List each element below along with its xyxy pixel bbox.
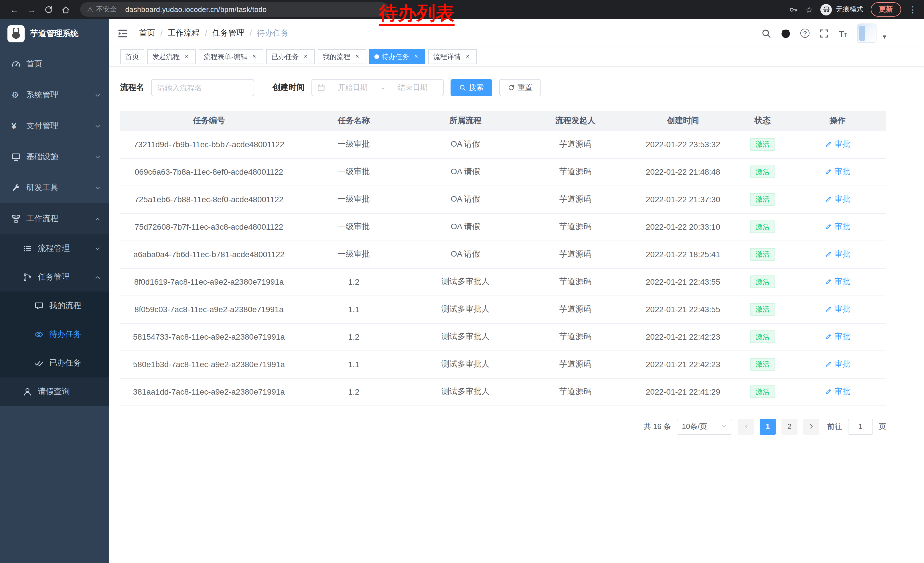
sidebar-item-done-tasks[interactable]: 已办任务 <box>0 349 109 377</box>
browser-update-button[interactable]: 更新 <box>871 2 901 17</box>
tab-form-edit[interactable]: 流程表单-编辑 × <box>199 49 263 64</box>
close-icon[interactable]: × <box>183 53 190 61</box>
process-name-label: 流程名 <box>120 83 144 93</box>
task-id: 725a1eb6-7b88-11ec-8ef0-acde48001122 <box>120 186 298 213</box>
date-range-picker[interactable]: 开始日期 - 结束日期 <box>311 79 444 96</box>
sidebar-item-infrastructure[interactable]: 基础设施 <box>0 141 109 173</box>
sidebar-item-system[interactable]: ⚙ 系统管理 <box>0 80 109 111</box>
tab-start-process[interactable]: 发起流程 × <box>147 49 196 64</box>
reset-button[interactable]: 重置 <box>499 79 541 96</box>
close-icon[interactable]: × <box>412 53 420 61</box>
approve-link[interactable]: 审批 <box>825 222 850 232</box>
github-icon[interactable] <box>781 29 791 38</box>
browser-back-button[interactable]: ← <box>7 2 22 17</box>
approve-label: 审批 <box>834 222 850 232</box>
gear-icon: ⚙ <box>12 90 21 100</box>
task-time: 2022-01-22 21:37:30 <box>630 186 736 213</box>
sidebar-logo[interactable]: 芋道管理系统 <box>0 19 109 49</box>
page-button-2[interactable]: 2 <box>782 418 798 434</box>
page-size-select[interactable]: 10条/页 <box>676 418 732 434</box>
sidebar-item-todo-tasks[interactable]: 待办任务 <box>0 320 109 349</box>
edit-icon <box>825 333 832 341</box>
approve-link[interactable]: 审批 <box>825 359 850 369</box>
approve-link[interactable]: 审批 <box>825 194 850 204</box>
status-badge: 激活 <box>750 165 775 179</box>
chevron-up-icon <box>94 216 101 222</box>
sidebar-item-label: 基础设施 <box>26 152 58 162</box>
address-bar[interactable]: ⚠ 不安全 dashboard.yudao.iocoder.cn/bpm/tas… <box>80 2 389 17</box>
table-row: 8f0d1619-7ac8-11ec-a9e2-a2380e71991a 1.2… <box>120 268 886 296</box>
browser-forward-button[interactable]: → <box>24 2 39 17</box>
table-row: 8f059c03-7ac8-11ec-a9e2-a2380e71991a 1.1… <box>120 296 886 323</box>
column-header: 状态 <box>736 111 789 131</box>
task-name: 一级审批 <box>298 158 410 186</box>
browser-home-button[interactable] <box>58 2 73 17</box>
approve-link[interactable]: 审批 <box>825 249 850 260</box>
approve-label: 审批 <box>834 194 850 204</box>
table-row: 75d72608-7b7f-11ec-a3c8-acde48001122 一级审… <box>120 213 886 240</box>
edit-icon <box>825 278 832 285</box>
font-size-icon[interactable]: TT <box>839 29 847 38</box>
my-process-icon <box>34 301 44 311</box>
breadcrumb-task-manage[interactable]: 任务管理 <box>212 28 244 38</box>
sidebar-toggle-button[interactable] <box>117 27 130 39</box>
close-icon[interactable]: × <box>353 53 361 61</box>
next-page-button[interactable] <box>803 418 819 434</box>
close-icon[interactable]: × <box>302 53 310 61</box>
sidebar-item-workflow[interactable]: 工作流程 <box>0 203 109 234</box>
task-id: 75d72608-7b7f-11ec-a3c8-acde48001122 <box>120 213 298 240</box>
approve-link[interactable]: 审批 <box>825 332 850 342</box>
sidebar-item-label: 已办任务 <box>49 358 81 368</box>
task-time: 2022-01-21 22:43:55 <box>630 296 736 323</box>
prev-page-button[interactable] <box>738 418 754 434</box>
page-button-1[interactable]: 1 <box>760 418 776 434</box>
logo-image <box>8 25 25 42</box>
task-process: OA 请假 <box>410 186 521 213</box>
pagination: 共 16 条 10条/页 1 2 前往 页 <box>120 418 886 452</box>
approve-link[interactable]: 审批 <box>825 304 850 314</box>
sidebar-item-task-manage[interactable]: 任务管理 <box>0 263 109 291</box>
browser-reload-button[interactable] <box>41 2 56 17</box>
fullscreen-icon[interactable] <box>819 29 829 38</box>
process-name-input[interactable] <box>151 79 254 96</box>
help-icon[interactable]: ? <box>801 29 810 38</box>
tab-home[interactable]: 首页 <box>120 49 144 64</box>
search-icon[interactable] <box>762 29 771 38</box>
close-icon[interactable]: × <box>250 53 258 61</box>
breadcrumb-workflow[interactable]: 工作流程 <box>168 28 200 38</box>
tab-todo-tasks[interactable]: 待办任务 × <box>369 49 425 64</box>
breadcrumb-home[interactable]: 首页 <box>139 28 155 38</box>
avatar-caret-icon[interactable]: ▾ <box>883 33 886 43</box>
approve-link[interactable]: 审批 <box>825 139 850 150</box>
approve-link[interactable]: 审批 <box>825 277 850 287</box>
sidebar-item-devtools[interactable]: 研发工具 <box>0 173 109 203</box>
search-icon <box>459 84 466 91</box>
password-key-icon[interactable] <box>789 5 798 14</box>
sidebar-item-my-process[interactable]: 我的流程 <box>0 291 109 320</box>
close-icon[interactable]: × <box>464 53 472 61</box>
avatar[interactable] <box>857 24 876 43</box>
approve-link[interactable]: 审批 <box>825 387 850 397</box>
tab-process-detail[interactable]: 流程详情 × <box>428 49 477 64</box>
sidebar-item-home[interactable]: 首页 <box>0 49 109 80</box>
sidebar-item-payment[interactable]: ¥ 支付管理 <box>0 111 109 141</box>
goto-page-input[interactable] <box>848 418 873 434</box>
approve-link[interactable]: 审批 <box>825 167 850 177</box>
main-area: 首页 / 工作流程 / 任务管理 / 待办任务 ? TT ▾ <box>109 19 924 563</box>
annotation-overlay: 待办列表 <box>379 3 454 26</box>
tab-done-tasks[interactable]: 已办任务 × <box>266 49 315 64</box>
task-process: OA 请假 <box>410 158 521 186</box>
task-starter: 芋道源码 <box>521 378 630 405</box>
sidebar-item-process-manage[interactable]: 流程管理 <box>0 234 109 263</box>
tab-my-process[interactable]: 我的流程 × <box>318 49 366 64</box>
devtools-icon <box>12 183 21 192</box>
filter-bar: 流程名 创建时间 开始日期 - 结束日期 搜索 <box>120 79 886 96</box>
task-starter: 芋道源码 <box>521 350 630 378</box>
task-starter: 芋道源码 <box>521 296 630 323</box>
sidebar-item-leave-query[interactable]: 请假查询 <box>0 377 109 406</box>
search-button[interactable]: 搜索 <box>450 79 492 96</box>
screen: ← → ⚠ 不安全 dashboard.yudao.iocoder.cn/bpm… <box>0 0 924 563</box>
security-status[interactable]: ⚠ 不安全 <box>87 5 117 14</box>
browser-menu-icon[interactable]: ⋮ <box>909 4 917 15</box>
bookmark-star-icon[interactable]: ☆ <box>805 4 813 15</box>
